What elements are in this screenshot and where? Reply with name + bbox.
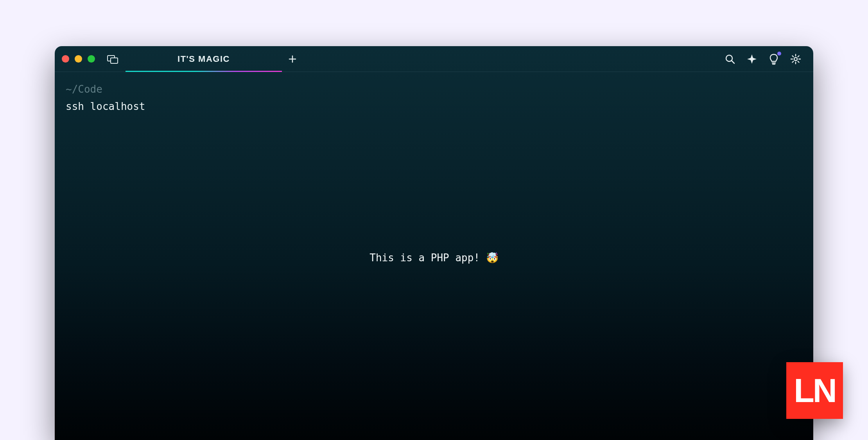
center-message: This is a PHP app! 🤯 bbox=[55, 249, 813, 266]
search-button[interactable] bbox=[723, 52, 737, 66]
new-tab-button[interactable] bbox=[282, 46, 303, 72]
panels-button[interactable] bbox=[105, 52, 120, 66]
plus-icon bbox=[288, 55, 297, 63]
search-icon bbox=[725, 54, 735, 65]
tab-bar: IT'S MAGIC bbox=[126, 46, 303, 72]
sparkle-icon bbox=[746, 54, 757, 65]
hints-button[interactable] bbox=[767, 52, 780, 66]
logo-text: LN bbox=[794, 371, 836, 410]
window-close-button[interactable] bbox=[62, 55, 69, 63]
toolbar-right bbox=[723, 52, 806, 66]
settings-button[interactable] bbox=[789, 52, 802, 66]
ai-sparkle-button[interactable] bbox=[745, 52, 759, 66]
svg-point-8 bbox=[794, 57, 797, 61]
svg-line-5 bbox=[732, 61, 734, 63]
titlebar: IT'S MAGIC bbox=[55, 46, 813, 72]
tab-title: IT'S MAGIC bbox=[178, 54, 230, 64]
notification-badge bbox=[777, 52, 781, 56]
terminal-window: IT'S MAGIC bbox=[55, 46, 813, 440]
svg-rect-1 bbox=[111, 58, 118, 63]
command-line: ssh localhost bbox=[66, 98, 802, 115]
panels-icon bbox=[107, 54, 118, 64]
window-minimize-button[interactable] bbox=[75, 55, 82, 63]
traffic-lights bbox=[62, 55, 95, 63]
window-zoom-button[interactable] bbox=[88, 55, 95, 63]
tab-its-magic[interactable]: IT'S MAGIC bbox=[126, 46, 282, 72]
prompt-path: ~/Code bbox=[66, 81, 802, 98]
terminal-body[interactable]: ~/Code ssh localhost This is a PHP app! … bbox=[55, 72, 813, 440]
gear-icon bbox=[790, 54, 801, 65]
logo-badge: LN bbox=[786, 362, 843, 419]
